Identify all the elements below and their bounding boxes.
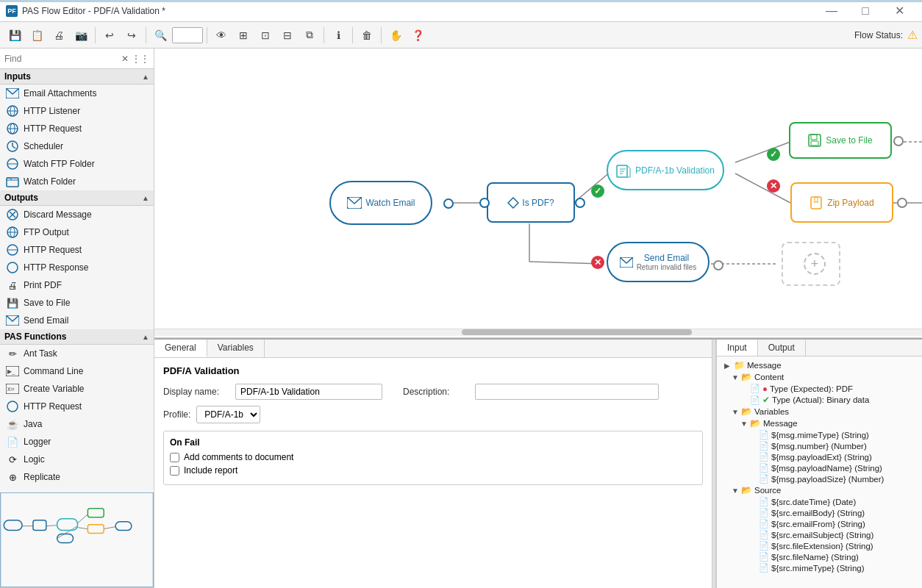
sidebar-item-send-email-out[interactable]: Send Email <box>0 312 154 329</box>
watch-email-out-port[interactable] <box>443 198 454 209</box>
sidebar-item-ftp-output[interactable]: FTP Output <box>0 223 154 241</box>
sidebar-item-http-request-out[interactable]: HTTP Request <box>0 241 154 259</box>
svg-rect-55 <box>811 135 817 140</box>
node-send-email-invalid[interactable]: Send Email Return invalid files <box>607 242 710 282</box>
sidebar-item-http-request-pas[interactable]: HTTP Request <box>0 398 154 415</box>
app-icon: PF <box>6 5 18 17</box>
save-to-file-out-port[interactable] <box>893 136 904 146</box>
section-header-inputs[interactable]: Inputs ▲ <box>0 69 154 85</box>
http-listener-icon <box>6 104 19 118</box>
svg-rect-37 <box>87 509 104 517</box>
include-report-checkbox[interactable] <box>170 466 179 476</box>
watch-ftp-folder-label: Watch FTP Folder <box>24 159 95 169</box>
sidebar-item-create-variable[interactable]: x= Create Variable <box>0 380 154 398</box>
arrange-button[interactable]: ⧉ <box>299 25 320 46</box>
type-actual-page-icon: 📄 <box>750 395 760 405</box>
node-watch-email[interactable]: Watch Email <box>329 181 432 225</box>
save-button[interactable]: 💾 <box>4 25 25 46</box>
close-button[interactable]: ✕ <box>882 0 916 22</box>
info-button[interactable]: ℹ <box>328 25 349 46</box>
search-input[interactable] <box>4 54 121 64</box>
tree-item-variables[interactable]: ▼ 📂 Variables <box>717 406 922 417</box>
sidebar-item-logger[interactable]: 📄 Logger <box>0 433 154 451</box>
redo-button[interactable]: ↪ <box>121 25 142 46</box>
http-listener-label: HTTP Listener <box>24 106 80 116</box>
save-as-button[interactable]: 📋 <box>26 25 47 46</box>
tree-item-src-file-name[interactable]: 📄 ${src.fileName} (String) <box>717 551 922 562</box>
tree-item-src-mime-type[interactable]: 📄 ${src.mimeType} (String) <box>717 562 922 573</box>
tree-item-payload-ext[interactable]: 📄 ${msg.payloadExt} (String) <box>717 451 922 462</box>
sidebar-item-discard-message[interactable]: Discard Message <box>0 206 154 223</box>
tree-item-message-sub[interactable]: ▼ 📂 Message <box>717 417 922 429</box>
view-button[interactable]: 👁 <box>211 25 232 46</box>
tree-item-payload-size[interactable]: 📄 ${msg.payloadSize} (Number) <box>717 473 922 484</box>
is-pdf-in-port[interactable] <box>479 198 490 208</box>
is-pdf-out-port[interactable] <box>575 198 585 208</box>
profile-select[interactable]: PDF/A-1b PDF/A-1a PDF/A-2b PDF/A-3b <box>196 406 260 423</box>
sidebar-item-print-pdf[interactable]: 🖨 Print PDF <box>0 276 154 294</box>
canvas-scrollbar[interactable] <box>154 329 922 336</box>
tree-item-src-file-extension[interactable]: 📄 ${src.fileExtension} (String) <box>717 540 922 551</box>
message-root-folder-icon: 📁 <box>734 360 745 370</box>
sidebar-item-java[interactable]: ☕ Java <box>0 415 154 433</box>
sidebar-item-command-line[interactable]: ▶_ Command Line <box>0 362 154 380</box>
tree-item-mime-type[interactable]: 📄 ${msg.mimeType} (String) <box>717 429 922 440</box>
ftp-output-label: FTP Output <box>24 227 69 237</box>
section-header-pas[interactable]: PAS Functions ▲ <box>0 329 154 345</box>
zip-payload-out-port[interactable] <box>897 198 907 208</box>
sidebar-item-ant-task[interactable]: ✏ Ant Task <box>0 345 154 362</box>
filter-icon[interactable]: ⋮⋮ <box>132 54 149 64</box>
tree-item-content[interactable]: ▼ 📂 Content <box>717 371 922 383</box>
sidebar-item-http-request-in[interactable]: HTTP Request <box>0 120 154 137</box>
tree-item-src-email-subject[interactable]: 📄 ${src.emailSubject} (String) <box>717 529 922 540</box>
sidebar-item-logic[interactable]: ⟳ Logic <box>0 451 154 468</box>
print-button[interactable]: 🖨 <box>49 25 69 46</box>
zoom-out-button[interactable]: 🔍 <box>150 25 171 46</box>
node-zip-payload[interactable]: Zip Payload <box>790 182 893 223</box>
tree-item-src-email-body[interactable]: 📄 ${src.emailBody} (String) <box>717 507 922 518</box>
send-email-invalid-out-port[interactable] <box>713 260 723 270</box>
tree-item-type-expected[interactable]: 📄 ● Type (Expected): PDF <box>717 383 922 394</box>
maximize-button[interactable]: □ <box>848 0 882 22</box>
minimize-button[interactable]: — <box>815 0 848 22</box>
vars-tab-output[interactable]: Output <box>758 340 806 356</box>
tree-item-src-email-from[interactable]: 📄 ${src.emailFrom} (String) <box>717 518 922 529</box>
screenshot-button[interactable]: 📷 <box>71 25 91 46</box>
sidebar-item-http-listener[interactable]: HTTP Listener <box>0 102 154 120</box>
grid-button[interactable]: ⊞ <box>233 25 254 46</box>
delete-button[interactable]: 🗑 <box>357 25 377 46</box>
description-input[interactable] <box>475 384 659 400</box>
tree-item-type-actual[interactable]: 📄 ✔ Type (Actual): Binary data <box>717 394 922 406</box>
search-clear-icon[interactable]: ✕ <box>121 54 129 64</box>
tree-item-message-root[interactable]: ▶ 📁 Message <box>717 359 922 371</box>
sidebar-item-http-response[interactable]: HTTP Response <box>0 259 154 276</box>
layout-button[interactable]: ⊟ <box>277 25 298 46</box>
add-comments-checkbox[interactable] <box>170 453 179 462</box>
svg-line-33 <box>57 526 78 539</box>
sidebar-item-watch-folder[interactable]: Watch Folder <box>0 173 154 190</box>
sidebar-item-scheduler[interactable]: Scheduler <box>0 137 154 155</box>
node-pdfa-validation[interactable]: PDF/A-1b Validation <box>607 150 724 190</box>
sidebar-item-email-attachments[interactable]: Email Attachments <box>0 85 154 102</box>
sidebar-item-save-to-file[interactable]: 💾 Save to File <box>0 294 154 312</box>
vars-tab-input[interactable]: Input <box>717 340 758 356</box>
sidebar-item-replicate[interactable]: ⊕ Replicate <box>0 468 154 486</box>
node-is-pdf[interactable]: Is PDF? <box>487 182 575 223</box>
help-button[interactable]: ❓ <box>407 25 428 46</box>
tree-item-source[interactable]: ▼ 📂 Source <box>717 484 922 496</box>
display-name-input[interactable] <box>235 384 382 400</box>
svg-line-44 <box>735 142 790 162</box>
tree-item-msg-number[interactable]: 📄 ${msg.number} (Number) <box>717 440 922 451</box>
tree-item-src-datetime[interactable]: 📄 ${src.dateTime} (Date) <box>717 496 922 507</box>
zoom-input[interactable]: 200 <box>173 27 202 43</box>
node-save-to-file[interactable]: Save to File <box>789 122 892 159</box>
sidebar-item-watch-ftp-folder[interactable]: Watch FTP Folder <box>0 155 154 173</box>
fit-button[interactable]: ⊡ <box>255 25 276 46</box>
flow-canvas[interactable]: Watch Email Is PDF? ✕ ✓ <box>154 49 922 338</box>
tab-general[interactable]: General <box>154 340 207 357</box>
tree-item-payload-name[interactable]: 📄 ${msg.payloadName} (String) <box>717 462 922 473</box>
tab-variables[interactable]: Variables <box>207 340 265 357</box>
undo-button[interactable]: ↩ <box>99 25 120 46</box>
hand-button[interactable]: ✋ <box>385 25 406 46</box>
section-header-outputs[interactable]: Outputs ▲ <box>0 190 154 206</box>
